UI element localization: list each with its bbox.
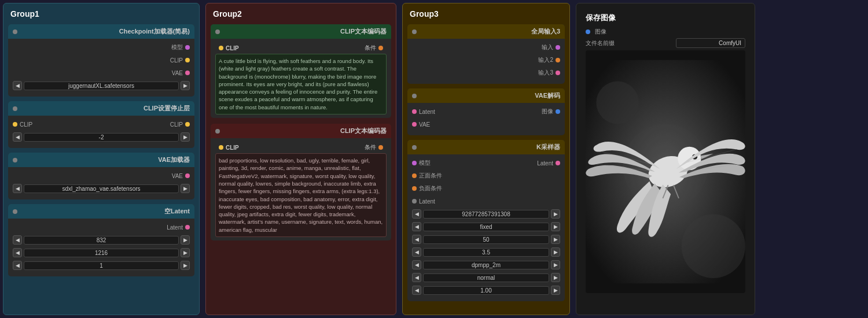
stop-layer-stepper: ◀ -2 ▶ bbox=[13, 132, 190, 142]
global-input-body: 输入 输入2 输入3 bbox=[407, 39, 565, 84]
decode-latent-in-dot bbox=[412, 109, 417, 114]
clip-positive-cond-dot bbox=[378, 46, 383, 50]
clip-positive-in: CLIP bbox=[219, 45, 239, 51]
decode-latent-row: Latent 图像 bbox=[412, 106, 560, 117]
height-next-btn[interactable]: ▶ bbox=[181, 248, 190, 257]
clip-encoder-negative-node: CLIP文本编码器 CLIP 条件 bad proportions, low r… bbox=[211, 124, 391, 241]
batch-value: 1 bbox=[24, 261, 179, 270]
latent-label: Latent bbox=[167, 224, 183, 231]
global-input-node: 全局输入3 输入 输入2 bbox=[407, 24, 565, 84]
decode-latent-in: Latent bbox=[412, 109, 435, 115]
checkpoint-name-row: ◀ juggernautXL.safetensors ▶ bbox=[13, 80, 190, 91]
ksampler-steps-row: ◀ 50 ▶ bbox=[412, 234, 560, 245]
batch-next-btn[interactable]: ▶ bbox=[181, 261, 190, 270]
scheduler-prev-btn[interactable]: ◀ bbox=[412, 273, 421, 282]
vae-out-row: VAE bbox=[13, 171, 190, 181]
ksampler-negative-label: 负面条件 bbox=[419, 184, 442, 193]
ksampler-latent-in-row: Latent bbox=[412, 196, 560, 206]
save-image-content: 保存图像 图像 文件名前缀 bbox=[581, 8, 750, 298]
width-prev-btn[interactable]: ◀ bbox=[13, 235, 22, 245]
denoise-value: 1.00 bbox=[423, 286, 549, 295]
stop-layer-next-btn[interactable]: ▶ bbox=[181, 132, 190, 142]
clip-in-dot bbox=[13, 122, 17, 127]
ksampler-title: K采样器 bbox=[536, 143, 560, 151]
height-prev-btn[interactable]: ◀ bbox=[13, 248, 22, 257]
width-next-btn[interactable]: ▶ bbox=[181, 235, 190, 245]
denoise-next-btn[interactable]: ▶ bbox=[551, 286, 560, 295]
clip-dot bbox=[185, 58, 190, 62]
ksampler-sampler-stepper: ◀ dpmpp_2m ▶ bbox=[412, 260, 560, 269]
svg-point-2 bbox=[682, 215, 745, 278]
scheduler-next-btn[interactable]: ▶ bbox=[551, 273, 560, 282]
ksampler-model-label: 模型 bbox=[419, 159, 431, 167]
model-output: 模型 bbox=[171, 43, 190, 51]
save-image-title: 保存图像 bbox=[586, 13, 745, 23]
input3-label: 输入3 bbox=[538, 69, 553, 77]
vae-prev-btn[interactable]: ◀ bbox=[13, 184, 22, 193]
clip-negative-text[interactable]: bad proportions, low resolution, bad, ug… bbox=[215, 153, 387, 237]
ksampler-seed-stepper: ◀ 928772857391308 ▶ bbox=[412, 209, 560, 219]
save-image-dot bbox=[586, 29, 590, 34]
vae-dot bbox=[185, 71, 190, 75]
ksampler-latent-out-label: Latent bbox=[537, 160, 553, 167]
checkpoint-node: Checkpoint加载器(简易) 模型 CLIP bbox=[8, 24, 194, 97]
clip-positive-text[interactable]: A cute little bird is flying, with soft … bbox=[215, 54, 387, 114]
input1-label: 输入 bbox=[542, 43, 553, 51]
clip-negative-in: CLIP bbox=[219, 145, 239, 151]
filename-input[interactable] bbox=[676, 38, 745, 48]
clip-encoder-positive-title: CLIP文本编码器 bbox=[340, 27, 387, 36]
bird-svg bbox=[586, 50, 745, 293]
height-stepper: ◀ 1216 ▶ bbox=[13, 248, 190, 257]
sampler-next-btn[interactable]: ▶ bbox=[551, 260, 560, 269]
checkpoint-next-btn[interactable]: ▶ bbox=[181, 81, 190, 90]
checkpoint-node-body: 模型 CLIP VAE bbox=[8, 39, 194, 97]
ksampler-negative-in: 负面条件 bbox=[412, 184, 442, 193]
decode-vae-label: VAE bbox=[419, 121, 430, 128]
ksampler-cfg-stepper: ◀ 3.5 ▶ bbox=[412, 247, 560, 257]
decode-latent-label: Latent bbox=[419, 109, 435, 115]
clip-positive-cond-label: 条件 bbox=[365, 44, 376, 52]
seed-value: 928772857391308 bbox=[423, 210, 549, 219]
seed-next-btn[interactable]: ▶ bbox=[551, 209, 560, 219]
cfg-next-btn[interactable]: ▶ bbox=[551, 247, 560, 257]
decode-vae-row: VAE bbox=[412, 119, 560, 130]
steps-next-btn[interactable]: ▶ bbox=[551, 235, 560, 244]
clip-in-out-row: CLIP CLIP bbox=[13, 119, 190, 130]
stop-layer-value: -2 bbox=[24, 133, 179, 142]
denoise-prev-btn[interactable]: ◀ bbox=[412, 286, 421, 295]
ksampler-steps-stepper: ◀ 50 ▶ bbox=[412, 235, 560, 244]
clip-positive-out: 条件 bbox=[365, 44, 383, 52]
ksampler-denoise-stepper: ◀ 1.00 ▶ bbox=[412, 286, 560, 295]
steps-prev-btn[interactable]: ◀ bbox=[412, 235, 421, 244]
save-image-label: 图像 bbox=[595, 28, 606, 36]
input1-dot bbox=[556, 45, 560, 50]
vae-loader-header: VAE加载器 bbox=[8, 153, 194, 167]
clip-negative-out: 条件 bbox=[365, 143, 383, 151]
group2-title: Group2 bbox=[211, 8, 391, 20]
vae-loader-title: VAE加载器 bbox=[158, 156, 190, 164]
latent-output: Latent bbox=[167, 224, 190, 231]
ksampler-negative-dot bbox=[412, 186, 417, 191]
batch-row: ◀ 1 ▶ bbox=[13, 260, 190, 271]
stop-layer-prev-btn[interactable]: ◀ bbox=[13, 132, 22, 142]
run-after-prev-btn[interactable]: ◀ bbox=[412, 222, 421, 231]
decode-image-label: 图像 bbox=[542, 108, 553, 116]
vae-next-btn[interactable]: ▶ bbox=[181, 184, 190, 193]
ksampler-model-dot bbox=[412, 161, 417, 165]
group3-title: Group3 bbox=[407, 8, 565, 20]
run-after-next-btn[interactable]: ▶ bbox=[551, 222, 560, 231]
clip-positive-io-row: CLIP 条件 bbox=[215, 42, 387, 54]
seed-prev-btn[interactable]: ◀ bbox=[412, 209, 421, 219]
clip-in-label: CLIP bbox=[20, 121, 32, 128]
cfg-prev-btn[interactable]: ◀ bbox=[412, 247, 421, 257]
vae-loader-body: VAE ◀ sdxl_zhamao_vae.safetensors ▶ bbox=[8, 167, 194, 199]
sampler-prev-btn[interactable]: ◀ bbox=[412, 260, 421, 269]
decode-image-out: 图像 bbox=[542, 108, 560, 116]
batch-prev-btn[interactable]: ◀ bbox=[13, 261, 22, 270]
ksampler-run-after-stepper: ◀ fixed ▶ bbox=[412, 222, 560, 231]
clip-output: CLIP bbox=[170, 57, 190, 64]
input2-row: 输入2 bbox=[412, 55, 560, 65]
model-dot bbox=[185, 45, 190, 50]
checkpoint-prev-btn[interactable]: ◀ bbox=[13, 81, 22, 90]
vae-loader-label: VAE bbox=[172, 173, 183, 179]
